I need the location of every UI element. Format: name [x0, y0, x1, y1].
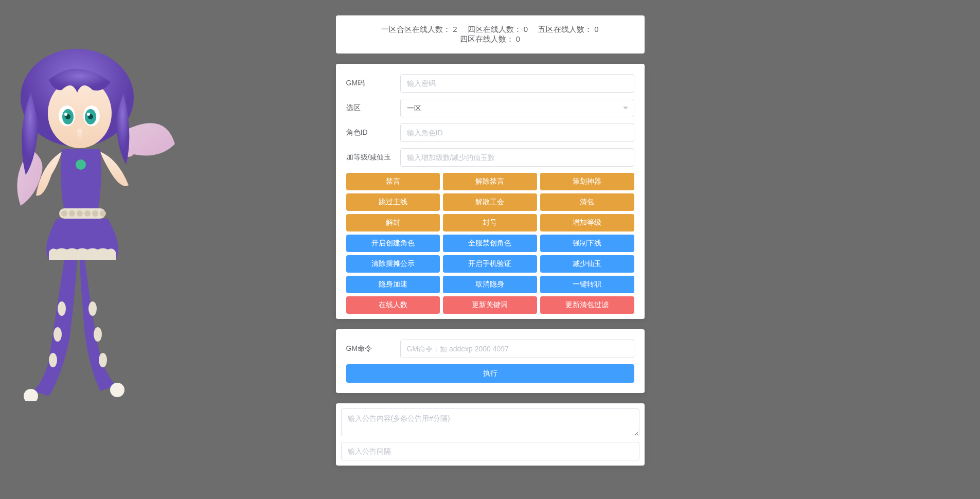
svg-point-25 [24, 389, 38, 401]
gm-code-label: GM码 [346, 79, 400, 88]
svg-point-11 [76, 159, 86, 170]
stat-value: 0 [524, 25, 528, 33]
add-level-button[interactable]: 增加等级 [540, 214, 634, 231]
main-form-card: GM码 选区 角色ID 加等级/减仙玉 禁言 解除禁言 [336, 64, 645, 319]
svg-point-14 [69, 210, 75, 217]
gm-command-label: GM命令 [346, 344, 400, 353]
zone-row: 选区 [346, 99, 634, 117]
svg-point-8 [64, 113, 67, 116]
svg-point-3 [83, 105, 100, 126]
update-clear-filter-button[interactable]: 更新清包过滤 [540, 296, 634, 314]
ban-button[interactable]: 封号 [443, 214, 537, 231]
reduce-xianyu-button[interactable]: 减少仙玉 [540, 255, 634, 273]
unmute-button[interactable]: 解除禁言 [443, 173, 537, 190]
clear-bag-button[interactable]: 清包 [540, 193, 634, 211]
stat-zone-4a: 四区在线人数：0 [468, 25, 528, 34]
notice-card [336, 403, 645, 466]
gm-command-input[interactable] [400, 340, 634, 358]
svg-point-18 [100, 210, 106, 217]
cancel-stealth-button[interactable]: 取消隐身 [443, 276, 537, 293]
svg-point-13 [61, 210, 67, 217]
svg-point-26 [110, 383, 124, 397]
stat-label: 四区在线人数： [468, 25, 522, 33]
gm-command-card: GM命令 执行 [336, 329, 645, 393]
svg-rect-10 [77, 129, 82, 143]
notice-content-input[interactable] [341, 408, 639, 436]
svg-point-1 [48, 78, 112, 148]
stat-zone-1: 一区合区在线人数：2 [381, 25, 457, 34]
svg-point-23 [94, 327, 102, 342]
stealth-speed-button[interactable]: 隐身加速 [346, 276, 440, 293]
level-row: 加等级/减仙玉 [346, 148, 634, 167]
online-count-button[interactable]: 在线人数 [346, 296, 440, 314]
enable-phone-verify-button[interactable]: 开启手机验证 [443, 255, 537, 273]
svg-point-2 [59, 105, 75, 126]
disable-create-role-button[interactable]: 全服禁创角色 [443, 235, 537, 252]
svg-point-0 [21, 49, 134, 147]
stat-value: 0 [516, 34, 520, 43]
svg-point-22 [88, 301, 97, 316]
svg-point-5 [85, 109, 96, 124]
svg-point-16 [84, 210, 91, 217]
svg-point-24 [99, 353, 107, 367]
svg-point-7 [88, 114, 93, 119]
execute-button[interactable]: 执行 [346, 364, 634, 383]
svg-point-17 [92, 210, 98, 217]
disband-guild-button[interactable]: 解散工会 [443, 193, 537, 211]
stat-zone-5: 五区在线人数：0 [538, 25, 598, 34]
svg-point-9 [87, 113, 90, 116]
force-offline-button[interactable]: 强制下线 [540, 235, 634, 252]
stat-value: 2 [453, 25, 457, 33]
level-input[interactable] [400, 148, 634, 167]
svg-point-20 [54, 327, 62, 342]
svg-point-15 [77, 210, 83, 217]
clear-stall-notice-button[interactable]: 清除摆摊公示 [346, 255, 440, 273]
svg-rect-12 [59, 208, 105, 219]
action-button-grid: 禁言 解除禁言 策划神器 跳过主线 解散工会 清包 解封 封号 增加等级 开启创… [346, 173, 634, 314]
stat-label: 五区在线人数： [538, 25, 592, 33]
mute-button[interactable]: 禁言 [346, 173, 440, 190]
stat-value: 0 [594, 25, 598, 33]
skip-main-button[interactable]: 跳过主线 [346, 193, 440, 211]
role-id-label: 角色ID [346, 128, 400, 137]
update-keywords-button[interactable]: 更新关键词 [443, 296, 537, 314]
level-label: 加等级/减仙玉 [346, 153, 400, 162]
gm-code-row: GM码 [346, 74, 634, 93]
svg-point-6 [65, 114, 70, 119]
character-decoration [0, 31, 195, 401]
planner-artifact-button[interactable]: 策划神器 [540, 173, 634, 190]
unban-button[interactable]: 解封 [346, 214, 440, 231]
zone-label: 选区 [346, 103, 400, 113]
zone-select[interactable] [400, 99, 634, 117]
role-id-row: 角色ID [346, 123, 634, 142]
one-click-transfer-button[interactable]: 一键转职 [540, 276, 634, 293]
notice-interval-input[interactable] [341, 442, 639, 460]
svg-point-4 [62, 109, 74, 124]
role-id-input[interactable] [400, 123, 634, 142]
gm-command-row: GM命令 [346, 340, 634, 358]
enable-create-role-button[interactable]: 开启创建角色 [346, 235, 440, 252]
stat-label: 四区在线人数： [460, 34, 514, 43]
stat-zone-4b: 四区在线人数：0 [460, 34, 520, 44]
stat-label: 一区合区在线人数： [381, 25, 451, 33]
svg-point-19 [58, 301, 66, 316]
online-stats-header: 一区合区在线人数：2 四区在线人数：0 五区在线人数：0 四区在线人数：0 [336, 15, 645, 54]
svg-point-21 [49, 353, 57, 367]
gm-code-input[interactable] [400, 74, 634, 93]
